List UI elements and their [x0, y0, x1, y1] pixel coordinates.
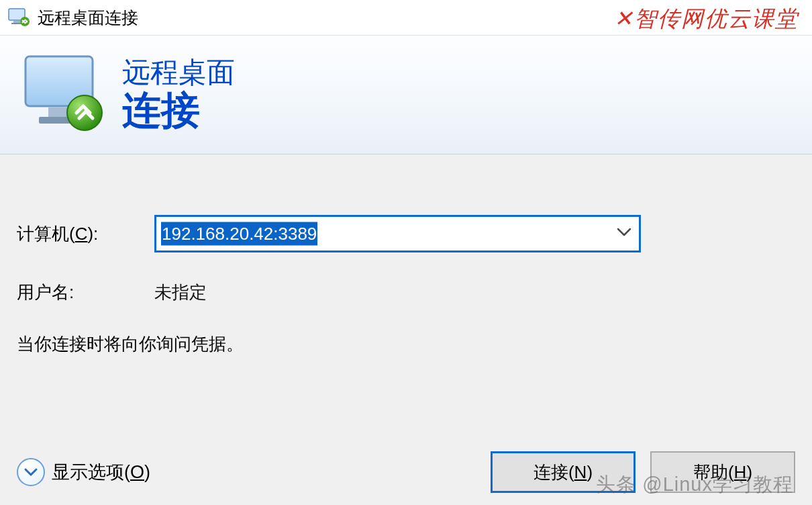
- rdp-large-icon: [20, 51, 107, 138]
- computer-combobox[interactable]: 192.168.20.42:3389: [154, 215, 641, 252]
- body-area: 计算机(C): 192.168.20.42:3389 用户名: 未指定 当你连接…: [0, 154, 812, 505]
- banner-title-line2: 连接: [122, 88, 235, 133]
- credentials-hint: 当你连接时将向你询问凭据。: [17, 332, 795, 356]
- username-value: 未指定: [154, 281, 207, 304]
- banner-title-line1: 远程桌面: [122, 57, 235, 88]
- button-group: 连接(N) 帮助(H): [491, 451, 795, 493]
- svg-point-3: [20, 17, 30, 26]
- window-title: 远程桌面连接: [38, 7, 138, 29]
- username-label: 用户名:: [17, 281, 154, 304]
- banner: 远程桌面 连接: [0, 35, 812, 154]
- show-options-toggle[interactable]: 显示选项(O): [17, 458, 150, 486]
- rdp-small-icon: [8, 8, 31, 27]
- connect-button[interactable]: 连接(N): [491, 451, 636, 493]
- bottom-bar: 显示选项(O) 连接(N) 帮助(H): [0, 451, 812, 493]
- computer-row: 计算机(C): 192.168.20.42:3389: [17, 215, 795, 252]
- close-icon[interactable]: ✕: [614, 7, 634, 31]
- svg-rect-1: [13, 21, 20, 23]
- expand-down-icon: [17, 458, 45, 486]
- show-options-label: 显示选项(O): [52, 460, 150, 484]
- computer-input[interactable]: [154, 215, 641, 252]
- watermark-top: ✕智传网优云课堂: [614, 4, 799, 34]
- titlebar: 远程桌面连接 ✕智传网优云课堂: [0, 0, 812, 35]
- banner-titles: 远程桌面 连接: [122, 57, 235, 133]
- computer-label: 计算机(C):: [17, 222, 154, 246]
- username-row: 用户名: 未指定: [17, 281, 795, 304]
- help-button[interactable]: 帮助(H): [650, 451, 795, 493]
